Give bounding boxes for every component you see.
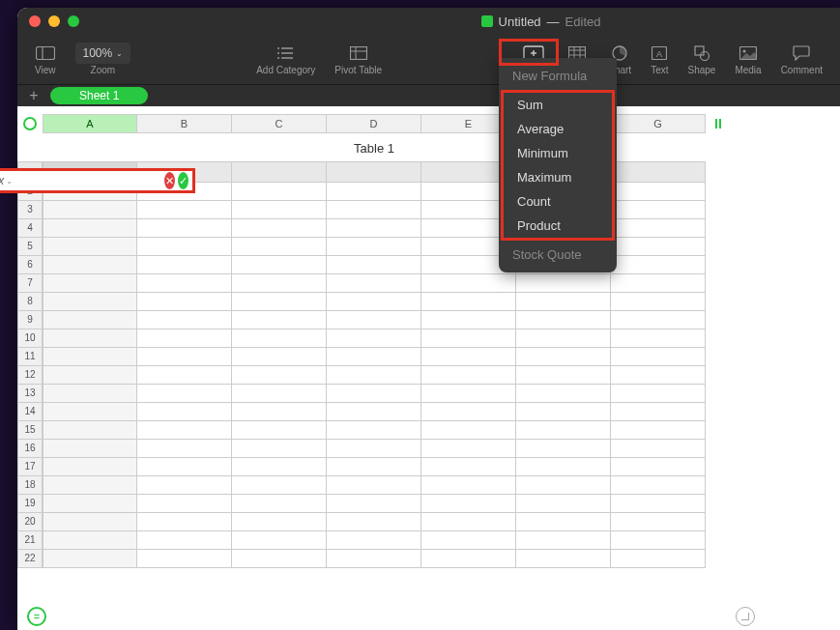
cell[interactable]	[43, 256, 137, 274]
cell[interactable]	[232, 421, 327, 440]
cell[interactable]	[232, 550, 327, 568]
media-button[interactable]: Media	[725, 35, 770, 84]
cell[interactable]	[137, 293, 232, 311]
cell[interactable]	[327, 219, 421, 238]
cell[interactable]	[611, 161, 706, 183]
col-header-g[interactable]: G	[611, 114, 706, 133]
row-header[interactable]: 3	[17, 201, 43, 219]
cell[interactable]	[421, 293, 516, 311]
cell[interactable]	[516, 531, 611, 550]
cell[interactable]	[611, 550, 706, 568]
row-header[interactable]: 7	[17, 274, 43, 293]
cell[interactable]	[516, 476, 611, 495]
col-header-d[interactable]: D	[327, 114, 421, 133]
cell[interactable]	[327, 256, 421, 274]
cell[interactable]	[327, 161, 421, 183]
cell[interactable]	[232, 161, 327, 183]
cell[interactable]	[327, 329, 421, 348]
cell[interactable]	[327, 476, 421, 495]
close-window-button[interactable]	[29, 15, 41, 27]
menu-stock-quote[interactable]: Stock Quote	[499, 243, 617, 267]
fx-label[interactable]: fx⌄	[0, 174, 16, 187]
cell[interactable]	[137, 201, 232, 219]
cell[interactable]	[137, 311, 232, 329]
row-header[interactable]: 9	[17, 311, 43, 329]
cell[interactable]	[43, 531, 137, 550]
cell[interactable]	[327, 550, 421, 568]
cell[interactable]	[327, 440, 421, 458]
cell[interactable]	[611, 458, 706, 476]
row-header[interactable]: 6	[17, 256, 43, 274]
col-header-b[interactable]: B	[137, 114, 232, 133]
cell[interactable]	[327, 183, 421, 201]
minimize-window-button[interactable]	[48, 15, 60, 27]
cell[interactable]	[611, 366, 706, 385]
cell[interactable]	[43, 440, 137, 458]
cell[interactable]	[327, 458, 421, 476]
cell[interactable]	[232, 440, 327, 458]
row-header[interactable]: 19	[17, 495, 43, 513]
row-header[interactable]: 12	[17, 366, 43, 385]
cell[interactable]	[43, 495, 137, 513]
cell[interactable]	[232, 219, 327, 238]
col-header-a[interactable]: A	[43, 114, 137, 133]
cell[interactable]	[232, 513, 327, 531]
cell[interactable]	[43, 238, 137, 256]
cell[interactable]	[137, 421, 232, 440]
menu-maximum[interactable]: Maximum	[504, 165, 612, 189]
cell[interactable]	[611, 348, 706, 366]
cell[interactable]	[516, 366, 611, 385]
row-header[interactable]: 4	[17, 219, 43, 238]
cell[interactable]	[232, 495, 327, 513]
cell[interactable]	[232, 348, 327, 366]
cell[interactable]	[43, 201, 137, 219]
menu-minimum[interactable]: Minimum	[504, 141, 612, 165]
cell[interactable]	[137, 219, 232, 238]
cell[interactable]	[421, 440, 516, 458]
comment-button[interactable]: Comment	[771, 35, 832, 84]
cell[interactable]	[516, 550, 611, 568]
cell[interactable]	[232, 385, 327, 403]
formula-cancel-button[interactable]: ✕	[164, 172, 175, 189]
row-header[interactable]: 5	[17, 238, 43, 256]
cell[interactable]	[232, 458, 327, 476]
sheet-tab-1[interactable]: Sheet 1	[50, 87, 148, 104]
add-column-handle[interactable]	[706, 114, 731, 133]
cell[interactable]	[232, 293, 327, 311]
cell[interactable]	[327, 421, 421, 440]
cell[interactable]	[516, 458, 611, 476]
menu-count[interactable]: Count	[504, 189, 612, 214]
cell[interactable]	[137, 476, 232, 495]
cell[interactable]	[232, 183, 327, 201]
cell[interactable]	[137, 550, 232, 568]
cell[interactable]	[137, 495, 232, 513]
cell[interactable]	[327, 366, 421, 385]
cell[interactable]	[516, 329, 611, 348]
cell[interactable]	[516, 274, 611, 293]
cell[interactable]	[611, 274, 706, 293]
cell[interactable]	[516, 421, 611, 440]
cell[interactable]	[421, 550, 516, 568]
cell[interactable]	[327, 513, 421, 531]
cell[interactable]	[611, 403, 706, 421]
cell[interactable]	[43, 550, 137, 568]
cell[interactable]	[611, 293, 706, 311]
cell[interactable]	[43, 311, 137, 329]
row-header[interactable]: 14	[17, 403, 43, 421]
cell[interactable]	[421, 348, 516, 366]
row-header[interactable]: 11	[17, 348, 43, 366]
cell[interactable]	[137, 366, 232, 385]
cell[interactable]	[611, 495, 706, 513]
cell[interactable]	[611, 476, 706, 495]
cell[interactable]	[43, 219, 137, 238]
cell[interactable]	[421, 476, 516, 495]
cell[interactable]	[516, 440, 611, 458]
text-button[interactable]: A Text	[641, 35, 678, 84]
cell[interactable]	[232, 311, 327, 329]
cell[interactable]	[43, 329, 137, 348]
cell[interactable]	[232, 274, 327, 293]
cell[interactable]	[421, 513, 516, 531]
cell[interactable]	[611, 238, 706, 256]
cell[interactable]	[137, 385, 232, 403]
menu-new-formula[interactable]: New Formula	[499, 64, 617, 88]
